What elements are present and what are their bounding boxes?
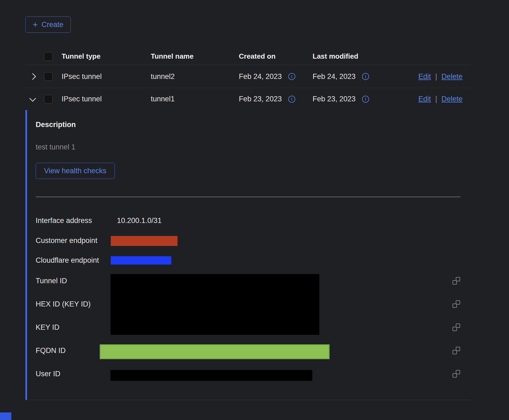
tunnel-hex-key-id-redacted-value	[110, 274, 319, 335]
tunnel-id-label: Tunnel ID	[36, 277, 67, 285]
copy-user-id-button[interactable]	[452, 370, 460, 378]
created-on-cell: Feb 24, 2023 i	[239, 72, 313, 81]
copy-tunnel-id-button[interactable]	[452, 277, 460, 285]
description-value: test tunnel 1	[36, 143, 75, 151]
row-actions: Edit | Delete	[418, 95, 471, 103]
select-all-checkbox[interactable]	[44, 52, 53, 61]
row-checkbox-tunnel2[interactable]	[44, 72, 53, 81]
column-header-tunnel-name: Tunnel name	[151, 52, 239, 61]
created-on-cell: Feb 23, 2023 i	[239, 95, 313, 103]
chevron-right-icon[interactable]	[29, 73, 36, 80]
view-health-checks-button[interactable]: View health checks	[36, 163, 115, 179]
key-id-label: KEY ID	[36, 323, 59, 332]
copy-icon	[452, 324, 460, 332]
fqdn-id-label: FQDN ID	[36, 346, 66, 355]
row-actions: Edit | Delete	[418, 72, 471, 81]
table-row-tunnel1: IPsec tunnel tunnel1 Feb 23, 2023 i Feb …	[25, 88, 471, 110]
table-header-row: Tunnel type Tunnel name Created on Last …	[25, 48, 471, 65]
actions-separator: |	[435, 72, 437, 81]
copy-fqdn-id-button[interactable]	[452, 347, 460, 355]
cloudflare-endpoint-label: Cloudflare endpoint	[36, 256, 99, 265]
copy-icon	[452, 277, 460, 285]
plus-icon: +	[33, 20, 38, 29]
tunnels-table: Tunnel type Tunnel name Created on Last …	[25, 48, 471, 400]
last-modified-value: Feb 24, 2023	[313, 72, 356, 81]
edit-link[interactable]: Edit	[418, 95, 431, 103]
table-row-tunnel2: IPsec tunnel tunnel2 Feb 24, 2023 i Feb …	[25, 65, 471, 88]
info-icon[interactable]: i	[362, 73, 369, 80]
cloudflare-endpoint-redacted-value	[111, 256, 171, 265]
actions-separator: |	[435, 95, 437, 103]
tunnel-details-panel: Description test tunnel 1 View health ch…	[25, 110, 471, 400]
last-modified-cell: Feb 24, 2023 i	[313, 72, 418, 81]
created-on-value: Feb 23, 2023	[239, 95, 282, 103]
chevron-down-icon[interactable]	[29, 95, 36, 102]
customer-endpoint-redacted-value	[111, 236, 178, 246]
tunnel-name-cell: tunnel1	[151, 95, 239, 103]
info-icon[interactable]: i	[288, 73, 295, 80]
column-header-last-modified: Last modified	[313, 52, 471, 61]
user-id-redacted-value	[110, 370, 312, 381]
tunnels-page: + Create Tunnel type Tunnel name Created…	[25, 16, 471, 400]
customer-endpoint-label: Customer endpoint	[36, 236, 97, 245]
copy-key-id-button[interactable]	[452, 324, 460, 332]
create-button-label: Create	[42, 21, 63, 29]
column-header-tunnel-type: Tunnel type	[62, 52, 151, 61]
delete-link[interactable]: Delete	[441, 72, 463, 81]
copy-icon	[452, 347, 460, 355]
description-label: Description	[36, 121, 76, 129]
hex-id-label: HEX ID (KEY ID)	[36, 300, 91, 308]
last-modified-cell: Feb 23, 2023 i	[313, 95, 418, 103]
interface-address-label: Interface address	[36, 216, 92, 225]
delete-link[interactable]: Delete	[441, 95, 463, 103]
copy-icon	[452, 370, 460, 378]
copy-icon	[452, 300, 460, 308]
tunnel-type-cell: IPsec tunnel	[62, 95, 151, 103]
fqdn-id-redacted-value	[100, 344, 330, 359]
info-icon[interactable]: i	[362, 96, 369, 103]
bottom-left-blue-strip	[0, 412, 11, 420]
created-on-value: Feb 24, 2023	[239, 72, 282, 81]
interface-address-value: 10.200.1.0/31	[117, 216, 162, 225]
column-header-created-on: Created on	[239, 52, 313, 61]
row-checkbox-tunnel1[interactable]	[44, 95, 53, 104]
copy-hex-id-button[interactable]	[452, 300, 460, 308]
info-icon[interactable]: i	[288, 96, 295, 103]
edit-link[interactable]: Edit	[418, 72, 431, 81]
section-divider	[36, 197, 460, 197]
tunnel-type-cell: IPsec tunnel	[62, 72, 151, 81]
last-modified-value: Feb 23, 2023	[313, 95, 356, 103]
create-button[interactable]: + Create	[25, 16, 71, 33]
tunnel-name-cell: tunnel2	[151, 72, 239, 81]
user-id-label: User ID	[36, 370, 61, 378]
